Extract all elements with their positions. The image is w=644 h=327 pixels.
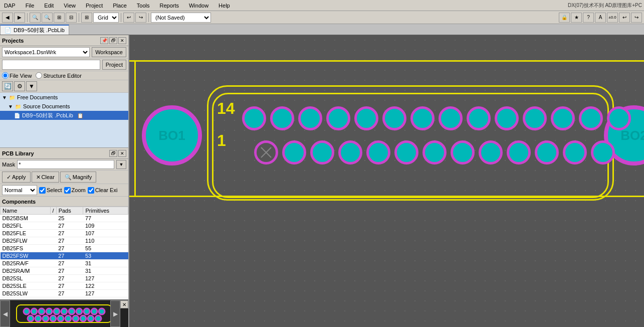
preview-nav-right[interactable]: ▶ (110, 300, 120, 327)
tb-zoom-in[interactable]: 🔍 (30, 13, 41, 23)
mask-dropdown-btn[interactable]: ▼ (116, 160, 126, 169)
project-input[interactable] (2, 60, 100, 70)
menu-place[interactable]: Place (111, 2, 129, 10)
table-cell-primitives: 31 (83, 260, 128, 267)
tb-undo2[interactable]: ↩ (619, 13, 630, 23)
col-slash[interactable]: / (50, 207, 56, 215)
magnify-button[interactable]: 🔍 Magnify (60, 172, 97, 183)
tb-grid[interactable]: ⊞ (81, 13, 92, 23)
table-cell-pads: 27 (56, 222, 83, 230)
pad-top-5 (354, 106, 378, 130)
structure-editor-radio[interactable] (36, 72, 42, 79)
projects-pin[interactable]: 📌 (100, 37, 108, 44)
svg-point-4 (46, 308, 52, 314)
tree-pcblib-file[interactable]: 📄 DB9~50封装 .PcbLib 📋 (0, 111, 128, 120)
table-row[interactable]: DB25FSW2753 (1, 252, 128, 260)
tb-star[interactable]: ★ (571, 13, 582, 23)
table-row[interactable]: DB25SLE27122 (1, 282, 128, 290)
structure-editor-option[interactable]: Structure Editor (36, 72, 81, 79)
select-check-label[interactable]: Select (39, 187, 62, 194)
zoom-checkbox[interactable] (64, 187, 71, 194)
tb-forward-btn[interactable]: ▶ (14, 13, 25, 23)
tb-redo[interactable]: ↪ (135, 13, 146, 23)
col-pads[interactable]: Pads (56, 207, 83, 215)
tb-redo2[interactable]: ↪ (631, 13, 642, 23)
tree-source-docs[interactable]: ▼ 📁 Source Documents (0, 102, 128, 111)
table-row[interactable]: DB25SL27127 (1, 275, 128, 282)
table-cell-name: DB25FLE (1, 230, 51, 237)
projects-close[interactable]: ✕ (118, 37, 126, 44)
zoom-check-label[interactable]: Zoom (64, 187, 86, 194)
table-row[interactable]: DB25FL27109 (1, 222, 128, 230)
preview-close-btn[interactable]: ✕ (120, 300, 128, 308)
file-tree[interactable]: ▼ 📁 Free Documents ▼ 📁 Source Documents … (0, 93, 128, 148)
components-table-container[interactable]: Name / Pads Primitives DB25BSM2577DB25FL… (0, 207, 128, 299)
menu-reports[interactable]: Reports (157, 2, 181, 10)
workspace-button[interactable]: Workspace (92, 47, 126, 57)
tab-pcblib[interactable]: 📄 DB9~50封装 .PcbLib (0, 25, 69, 35)
preview-nav-left[interactable]: ◀ (0, 300, 10, 327)
select-checkbox[interactable] (39, 187, 46, 194)
pad-bottom-10 (507, 140, 531, 165)
menu-edit[interactable]: Edit (42, 2, 56, 10)
menu-project[interactable]: Project (84, 2, 105, 10)
mask-input[interactable] (17, 160, 114, 169)
menu-window[interactable]: Window (187, 2, 210, 10)
menu-file[interactable]: File (24, 2, 37, 10)
table-cell-slash (50, 260, 56, 267)
refresh-icon[interactable]: 🔄 (2, 81, 13, 91)
menu-tools[interactable]: Tools (135, 2, 152, 10)
mode-select[interactable]: Normal (2, 185, 37, 195)
tb-font[interactable]: A (595, 13, 606, 23)
projects-float[interactable]: 🗗 (109, 37, 117, 44)
preview-svg (14, 302, 114, 325)
file-view-radio[interactable] (2, 72, 9, 79)
saved-state-select[interactable]: (Not Saved) (151, 13, 211, 23)
clear-ex-label: Clear Exi (95, 187, 118, 193)
workspace-select[interactable]: Workspace1.DsnWrk (2, 47, 90, 57)
icon-row: 🔄 ⚙ ▼ (0, 80, 128, 93)
tb-undo[interactable]: ↩ (123, 13, 134, 23)
project-button[interactable]: Project (102, 60, 126, 70)
view-options: File View Structure Editor (0, 71, 128, 80)
table-row[interactable]: DB25RA/F2731 (1, 260, 128, 267)
menu-help[interactable]: Help (217, 2, 232, 10)
tb-zoom-area[interactable]: ⊟ (66, 13, 77, 23)
components-table: Name / Pads Primitives DB25BSM2577DB25FL… (0, 207, 128, 297)
table-cell-slash (50, 275, 56, 282)
pad-top-3 (298, 106, 322, 130)
clear-button[interactable]: ✕ Clear (32, 172, 59, 183)
pcblib-close[interactable]: ✕ (118, 150, 126, 157)
table-row[interactable]: DB25FLE27107 (1, 230, 128, 237)
clear-ex-check-label[interactable]: Clear Exi (88, 187, 118, 194)
tb-zoom-fit[interactable]: ⊞ (54, 13, 65, 23)
bo1-label: BO1 (158, 128, 185, 143)
tb-grid-select[interactable]: Grid (93, 13, 119, 23)
table-row[interactable]: DB25SLW27127 (1, 290, 128, 297)
col-prims[interactable]: Primitives (83, 207, 128, 215)
table-row[interactable]: DB25RA/M2731 (1, 267, 128, 275)
tb-back-btn[interactable]: ◀ (2, 13, 13, 23)
folder-expand-icon: ▼ (8, 104, 13, 109)
menu-view[interactable]: View (62, 2, 78, 10)
pcblib-float[interactable]: 🗗 (109, 150, 117, 157)
col-name[interactable]: Name (1, 207, 51, 215)
table-row[interactable]: DB25FS2755 (1, 245, 128, 252)
apply-button[interactable]: ✓ Apply (2, 172, 31, 183)
table-cell-name: DB25SLE (1, 282, 51, 290)
tb-lock[interactable]: 🔒 (559, 13, 570, 23)
tb-size[interactable]: ±0.0 (607, 13, 618, 23)
tb-zoom-out[interactable]: 🔍 (42, 13, 53, 23)
table-row[interactable]: DB25BSM2577 (1, 215, 128, 222)
preview-area: ✕ ◀ (0, 299, 128, 327)
clear-ex-checkbox[interactable] (88, 187, 94, 194)
settings-icon[interactable]: ⚙ (14, 81, 25, 91)
pcb-canvas[interactable]: BO1 BO2 14 1 (129, 35, 644, 327)
table-row[interactable]: DB25FLW27110 (1, 237, 128, 245)
pad-top-7 (410, 106, 435, 130)
dropdown-icon[interactable]: ▼ (26, 81, 37, 91)
menu-dap[interactable]: DAP (2, 2, 18, 10)
tree-free-docs[interactable]: ▼ 📁 Free Documents (0, 93, 128, 102)
file-view-option[interactable]: File View (2, 72, 32, 79)
tb-help2[interactable]: ? (583, 13, 594, 23)
